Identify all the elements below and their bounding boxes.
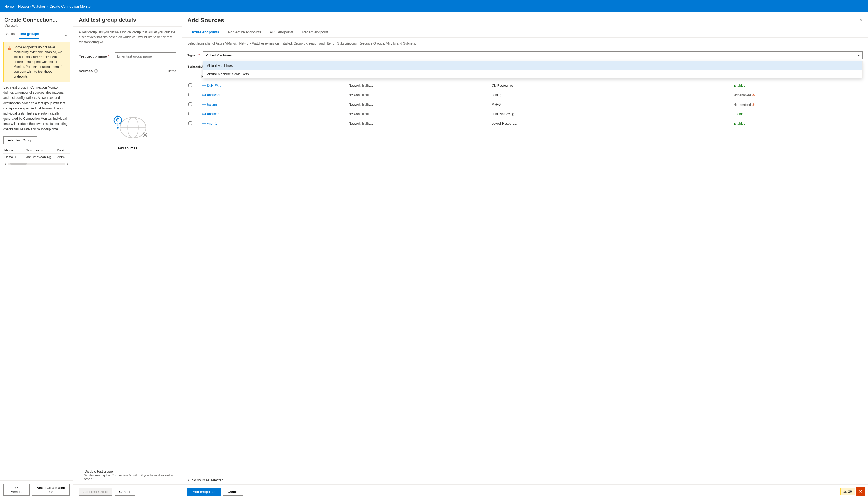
- table-row: DemoTG aahilvnet(aahilrg) Anim: [3, 154, 70, 161]
- row-checkbox-0[interactable]: [187, 81, 195, 90]
- disable-checkbox[interactable]: [79, 470, 82, 474]
- type-select-arrow-icon: ▼: [857, 53, 860, 57]
- disable-desc: While creating the Connection Monitor, i…: [84, 474, 176, 481]
- row-network-4: Enabled: [732, 119, 863, 129]
- sources-info-icon[interactable]: i: [94, 69, 98, 73]
- row-name-link-3[interactable]: abhilash.: [207, 112, 220, 116]
- row-resource-group-1: aahilrg: [491, 90, 638, 100]
- sidebar-header: Create Connection... Microsoft: [0, 12, 73, 29]
- dropdown-item-vmss[interactable]: Virtual Machine Scale Sets: [203, 70, 862, 78]
- tab-azure-endpoints[interactable]: Azure endpoints: [187, 27, 224, 37]
- sources-section: Sources i 0 Items: [73, 69, 182, 466]
- sidebar-title: Create Connection...: [4, 17, 69, 23]
- add-endpoints-button[interactable]: Add endpoints: [187, 488, 221, 496]
- row-expand-2[interactable]: ›: [195, 100, 200, 109]
- middle-more-icon[interactable]: ...: [172, 17, 176, 23]
- network-icon-2: ⟺: [201, 102, 206, 107]
- warning-text: Some endpoints do not have monitoring ex…: [14, 45, 66, 79]
- tab-recent-endpoint[interactable]: Recent endpoint: [298, 27, 332, 37]
- scroll-right-arrow[interactable]: ›: [65, 161, 70, 166]
- breadcrumb-network-watcher[interactable]: Network Watcher: [18, 4, 45, 9]
- tab-basics[interactable]: Basics: [4, 29, 15, 38]
- add-sources-button[interactable]: Add sources: [112, 144, 143, 152]
- notification-close-button[interactable]: ✕: [856, 487, 865, 496]
- breadcrumb-home[interactable]: Home: [4, 4, 14, 9]
- network-icon-1: ⟺: [201, 93, 206, 97]
- row-network-0: Enabled: [732, 81, 863, 90]
- row-checkbox-2[interactable]: [187, 100, 195, 109]
- row-checkbox-4[interactable]: [187, 119, 195, 129]
- expand-btn-3[interactable]: ›: [196, 112, 198, 116]
- breadcrumb-create-monitor[interactable]: Create Connection Monitor: [50, 4, 92, 9]
- row-ip-0: [319, 81, 347, 90]
- row-dest: Anim: [56, 154, 70, 161]
- sources-sort-icon[interactable]: ↑↓: [40, 149, 43, 152]
- row-ip-3: [319, 109, 347, 119]
- tab-test-groups[interactable]: Test groups: [19, 29, 39, 38]
- row-name-4: ⟺ vnet_1: [200, 119, 319, 129]
- globe-illustration: [106, 113, 149, 140]
- add-test-group-button[interactable]: Add Test Group: [3, 136, 37, 144]
- col-sources: Sources ↑↓: [25, 147, 56, 154]
- notification-warn: ⚠ 10: [840, 488, 855, 495]
- middle-cancel-button[interactable]: Cancel: [114, 488, 135, 496]
- row-network-1: Not enabled ⚠: [732, 90, 863, 100]
- row-subnet-3: [638, 109, 732, 119]
- sources-header: Sources i 0 Items: [79, 69, 176, 73]
- breadcrumb-sep-2: ›: [47, 4, 48, 9]
- row-subnet-0: [638, 81, 732, 90]
- vm-table: Name ↑↓ IP Subscripti... ↑↓ Resource g..…: [187, 73, 863, 129]
- middle-add-test-group-button[interactable]: Add Test Group: [79, 488, 112, 496]
- row-checkbox-3[interactable]: [187, 109, 195, 119]
- tab-non-azure-endpoints[interactable]: Non-Azure endpoints: [224, 27, 265, 37]
- breadcrumb-sep-3: ›: [94, 4, 95, 9]
- expand-btn-4[interactable]: ›: [196, 122, 198, 126]
- notif-warn-icon: ⚠: [843, 489, 846, 494]
- sidebar-subtitle: Microsoft: [4, 24, 69, 27]
- sidebar-more-icon[interactable]: ...: [65, 32, 69, 37]
- row-expand-3[interactable]: ›: [195, 109, 200, 119]
- table-row: › ⟺ DtlNPM... Network Traffic... CMPrevi…: [187, 81, 863, 90]
- row-name-link-0[interactable]: DtlNPM...: [207, 84, 221, 87]
- row-expand-4[interactable]: ›: [195, 119, 200, 129]
- scroll-row: ‹ ›: [3, 161, 70, 167]
- row-subnet-4: [638, 119, 732, 129]
- row-name-link-2[interactable]: testing_...: [207, 102, 221, 107]
- table-row: › ⟺ vnet_1 Network Traffic... deveshReso…: [187, 119, 863, 129]
- expand-btn-1[interactable]: ›: [196, 93, 198, 97]
- type-label: Type: [187, 53, 195, 57]
- expand-btn-0[interactable]: ›: [196, 84, 198, 88]
- expand-btn-2[interactable]: ›: [196, 102, 198, 107]
- sidebar-scrollbar[interactable]: [8, 163, 65, 165]
- filter-row: Type * Virtual Machines Virtual Machine …: [182, 49, 868, 61]
- disable-title: Disable test group: [84, 470, 176, 474]
- warn-icon-2: ⚠: [752, 102, 755, 107]
- close-button[interactable]: ×: [859, 17, 863, 23]
- tab-arc-endpoints[interactable]: ARC endpoints: [265, 27, 298, 37]
- row-name-link-4[interactable]: vnet_1: [207, 122, 217, 125]
- test-group-name-label: Test group name *: [79, 54, 111, 58]
- row-checkbox-1[interactable]: [187, 90, 195, 100]
- row-name-link-1[interactable]: aahilvnet: [207, 93, 220, 97]
- chevron-up-icon[interactable]: ▲: [187, 479, 190, 482]
- type-select[interactable]: Virtual Machines Virtual Machine Scale S…: [203, 51, 863, 59]
- cancel-right-button[interactable]: Cancel: [223, 488, 243, 496]
- middle-panel: Add test group details ... A Test group …: [73, 12, 182, 499]
- next-button[interactable]: Next : Create alert >>: [32, 484, 70, 496]
- scroll-left-arrow[interactable]: ‹: [3, 161, 8, 166]
- previous-button[interactable]: << Previous: [3, 484, 29, 496]
- row-expand-0[interactable]: ›: [195, 81, 200, 90]
- col-checkbox: [187, 73, 195, 81]
- sources-items-count: 0 Items: [165, 69, 176, 73]
- col-dest: Dest: [56, 147, 70, 154]
- row-network-3: Enabled: [732, 109, 863, 119]
- dropdown-item-vm[interactable]: Virtual Machines: [203, 61, 862, 70]
- top-bar: Home › Network Watcher › Create Connecti…: [0, 0, 868, 12]
- breadcrumb-sep-1: ›: [15, 4, 16, 9]
- required-marker: *: [108, 54, 109, 58]
- row-name-3: ⟺ abhilash.: [200, 109, 319, 119]
- row-expand-1[interactable]: ›: [195, 90, 200, 100]
- row-ip-4: [319, 119, 347, 129]
- test-group-name-row: Test group name *: [79, 52, 176, 60]
- test-group-name-input[interactable]: [114, 52, 176, 60]
